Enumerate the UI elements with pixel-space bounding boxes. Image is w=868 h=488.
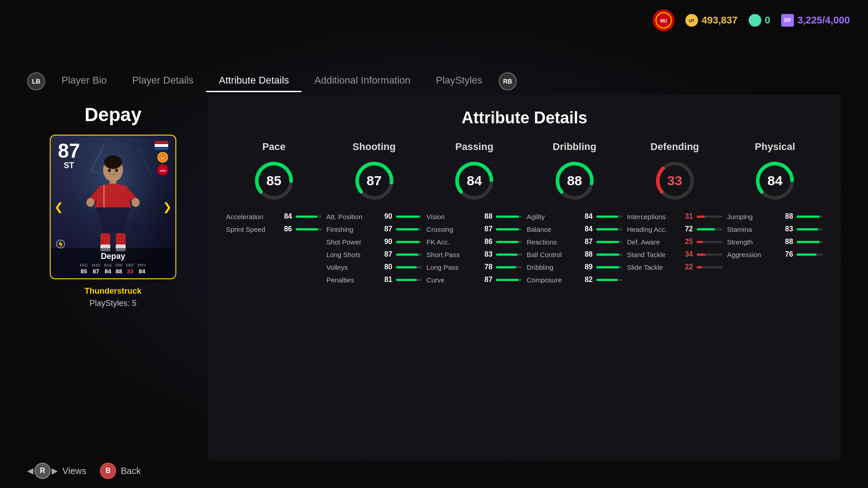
stat-bar-fill <box>596 228 618 230</box>
lb-button[interactable]: LB <box>27 72 45 90</box>
stat-value: 88 <box>480 212 492 221</box>
stat-name: Acceleration <box>226 213 276 221</box>
stat-value: 87 <box>580 238 593 246</box>
points-icon <box>749 14 761 27</box>
stat-value: 87 <box>380 225 392 233</box>
stat-value: 84 <box>580 212 593 221</box>
stat-row: Agility 84 <box>527 212 623 221</box>
stat-row: Penalties 81 <box>326 276 422 284</box>
stat-value: 25 <box>680 238 693 246</box>
stat-name: Aggression <box>727 251 777 258</box>
stat-row: Stand Tackle 34 <box>627 250 723 258</box>
stat-row: Att. Position 90 <box>326 212 422 221</box>
top-bar: MU UT 493,837 0 XP 3,225/4,000 <box>0 0 868 41</box>
stat-name: Slide Tackle <box>627 263 677 271</box>
coins-value: 493,837 <box>702 14 738 26</box>
stat-row: Curve 87 <box>426 276 522 284</box>
stat-name: Shot Power <box>326 238 376 246</box>
stat-row: Stamina 83 <box>727 225 823 233</box>
card-rating: 87 <box>58 141 80 161</box>
stat-bar-bg <box>496 266 522 268</box>
card-next-arrow[interactable]: ❯ <box>163 201 172 213</box>
stat-bar-fill <box>596 266 619 268</box>
stat-row: Reactions 87 <box>527 238 623 246</box>
stat-bar-bg <box>797 228 823 230</box>
stat-name: Penalties <box>326 276 376 284</box>
attribute-title: Attribute Details <box>226 108 823 127</box>
stat-name: Interceptions <box>627 213 677 221</box>
stat-row: Finishing 87 <box>326 225 422 233</box>
back-button[interactable]: B Back <box>100 463 141 479</box>
gauge-passing: 84 <box>452 158 497 203</box>
points-value: 0 <box>765 14 770 26</box>
stat-bar-bg <box>697 253 723 256</box>
stat-name: Reactions <box>527 238 576 246</box>
stat-row: Jumping 88 <box>727 212 823 221</box>
category-physical: Physical 84 Jumping 88 Stamina 83 Streng… <box>727 141 823 284</box>
stat-bar-fill <box>797 241 820 243</box>
stat-name: Att. Position <box>326 213 376 221</box>
stat-bar-fill <box>396 228 419 230</box>
stat-value: 87 <box>480 225 492 233</box>
svg-text:MU: MU <box>660 19 667 23</box>
club-badge: ATM <box>157 164 168 175</box>
tab-playstyles[interactable]: PlayStyles <box>423 70 495 92</box>
svg-point-18 <box>132 198 140 207</box>
category-dribbling: Dribbling 88 Agility 84 Balance 84 React… <box>527 141 623 284</box>
svg-marker-4 <box>751 17 759 24</box>
card-stat-def: DEF 33 <box>126 263 134 275</box>
tab-player-bio[interactable]: Player Bio <box>49 70 119 92</box>
stat-bar-fill <box>296 216 317 218</box>
category-defending: Defending 33 Interceptions 31 Heading Ac… <box>627 141 723 284</box>
stat-value: 90 <box>380 238 392 246</box>
player-panel: Depay <box>27 95 199 461</box>
svg-marker-26 <box>58 240 63 248</box>
tab-additional-info[interactable]: Additional Information <box>302 70 423 92</box>
stat-bar-fill <box>396 266 417 268</box>
stat-row: Composure 82 <box>527 276 623 284</box>
stat-value: 83 <box>480 250 492 258</box>
card-stat-dri: DRI 88 <box>115 263 123 275</box>
gauge-physical: 84 <box>752 158 797 203</box>
stat-value: 22 <box>680 263 693 271</box>
special-name: Thunderstruck <box>85 286 142 296</box>
main-content: Depay <box>27 95 841 461</box>
stat-name: Long Shots <box>326 251 376 258</box>
views-button[interactable]: ◀ R ▶ Views <box>27 463 86 479</box>
stat-bar-fill <box>396 241 420 243</box>
stat-list-defending: Interceptions 31 Heading Acc. 72 Def. Aw… <box>627 212 723 271</box>
views-label: Views <box>62 466 86 476</box>
stat-bar-bg <box>797 253 823 256</box>
tab-player-details[interactable]: Player Details <box>119 70 206 92</box>
stat-name: Vision <box>426 213 476 221</box>
stat-name: Jumping <box>727 213 777 221</box>
club-icon: MU <box>653 9 675 31</box>
stat-row: Long Pass 78 <box>426 263 522 271</box>
stat-list-pace: Acceleration 84 Sprint Speed 86 <box>226 212 322 233</box>
coins-display: UT 493,837 <box>685 14 738 27</box>
stat-bar-fill <box>596 253 619 256</box>
stat-bar-bg <box>496 241 522 243</box>
stat-bar-fill <box>496 266 516 268</box>
stat-list-dribbling: Agility 84 Balance 84 Reactions 87 Ball … <box>527 212 623 284</box>
stat-bar-bg <box>496 228 522 230</box>
stat-bar-fill <box>596 241 619 243</box>
stat-row: Short Pass 83 <box>426 250 522 258</box>
stat-value: 76 <box>780 250 793 258</box>
stat-bar-bg <box>396 228 422 230</box>
card-prev-arrow[interactable]: ❮ <box>54 201 63 213</box>
stat-bar-bg <box>396 266 422 268</box>
rb-button[interactable]: RB <box>499 72 517 90</box>
player-name-header: Depay <box>85 104 142 126</box>
gauge-shooting: 87 <box>352 158 397 203</box>
stat-bar-bg <box>596 279 623 281</box>
stat-name: Sprint Speed <box>226 225 276 233</box>
stat-bar-bg <box>496 279 522 281</box>
category-pace: Pace 85 Acceleration 84 Sprint Speed 86 <box>226 141 322 284</box>
gauge-dribbling: 88 <box>552 158 597 203</box>
tab-attribute-details[interactable]: Attribute Details <box>206 70 302 92</box>
stat-row: Slide Tackle 22 <box>627 263 723 271</box>
stat-row: Long Shots 87 <box>326 250 422 258</box>
card-player-name: Depay <box>54 252 172 261</box>
stat-bar-fill <box>797 228 818 230</box>
